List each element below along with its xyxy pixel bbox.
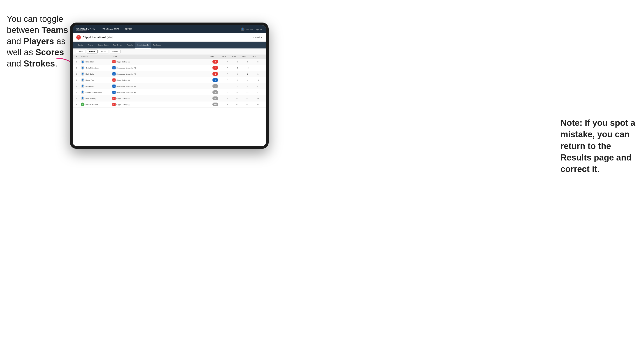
score-badge: -8 <box>212 60 218 64</box>
nav-tab-tournaments[interactable]: TOURNAMENTS <box>100 25 122 33</box>
table-row: 1 👤 Elliot Ebert C Clippd College [A] -8… <box>73 59 266 65</box>
player-cell: 👤 Blair McHarg <box>81 96 112 100</box>
cancel-button[interactable]: Cancel ✕ <box>254 36 262 38</box>
tournament-title-row: C Clippd Invitational (Men) <box>76 35 113 40</box>
avatar: 👤 <box>81 72 84 76</box>
logo-main-text: SCOREBOARD <box>76 27 95 30</box>
team-cell: C Clippd College [A] <box>112 97 158 100</box>
avatar: 👤 <box>81 96 84 100</box>
player-cell: 👤 Elliot Ebert <box>81 60 112 64</box>
team-cell: S Scoreboard University [A] <box>112 85 158 88</box>
sub-tab-printables[interactable]: Printables <box>151 42 164 48</box>
table-row: 8 M Marcus Turners C Clippd College [A] … <box>73 101 266 108</box>
sub-tab-tee-groups[interactable]: Tee Groups <box>111 42 124 48</box>
avatar: 👤 <box>81 78 84 82</box>
team-cell: S Scoreboard University [A] <box>112 66 158 69</box>
table-row: 4 👤 David Ford C Clippd College [A] E F … <box>73 77 266 83</box>
toggle-row: Teams Players Scores Strokes <box>73 48 266 55</box>
table-row: 3 👤 Rich Butler S Scoreboard University … <box>73 71 266 77</box>
tournament-logo: C <box>76 35 81 40</box>
top-nav: SCOREBOARD Powered by clippd TOURNAMENTS… <box>73 25 266 33</box>
table-row: 6 👤 Cameron Robertson S Scoreboard Unive… <box>73 89 266 95</box>
score-badge: +6 <box>212 96 218 100</box>
sub-nav: Details Teams Course Setup Tee Groups Re… <box>73 42 266 48</box>
player-cell: 👤 David Ford <box>81 78 112 82</box>
tablet-screen: SCOREBOARD Powered by clippd TOURNAMENTS… <box>73 25 266 146</box>
score-badge: E <box>212 78 218 82</box>
tablet-frame: SCOREBOARD Powered by clippd TOURNAMENTS… <box>70 22 268 149</box>
score-badge: +11 <box>212 103 218 106</box>
player-cell: 👤 Chris Robertson <box>81 66 112 70</box>
table-row: 5 👤 Rees Britt S Scoreboard University [… <box>73 83 266 89</box>
team-cell: S Scoreboard University [A] <box>112 91 158 94</box>
leaderboard-table: # PLAYER TEAM TOTAL THRU RD1 RD2 RD3 1 👤… <box>73 55 266 146</box>
team-cell: C Clippd College [A] <box>112 78 158 82</box>
score-badge: +1 <box>212 84 218 88</box>
team-cell: S Scoreboard University [A] <box>112 72 158 75</box>
left-annotation: You can toggle between Teams and Players… <box>7 13 70 69</box>
right-annotation: Note: If you spot a mistake, you can ret… <box>560 117 637 175</box>
tournament-name: Clippd Invitational (Men) <box>82 36 113 39</box>
team-logo: S <box>112 91 116 94</box>
avatar: 👤 <box>81 66 84 70</box>
avatar: 👤 <box>81 84 84 88</box>
user-avatar: 👤 <box>241 27 244 31</box>
team-logo: C <box>112 103 116 106</box>
nav-user-text: Test User | <box>246 28 254 30</box>
table-row: 7 👤 Blair McHarg C Clippd College [A] +6… <box>73 95 266 101</box>
table-header-row: # PLAYER TEAM TOTAL THRU RD1 RD2 RD3 <box>73 55 266 59</box>
team-logo: C <box>112 78 116 82</box>
player-cell: 👤 Cameron Robertson <box>81 90 112 94</box>
nav-signout-link[interactable]: Sign out <box>256 28 262 30</box>
sub-tab-results[interactable]: Results <box>124 42 135 48</box>
nav-tabs: TOURNAMENTS TEAMS <box>100 25 241 33</box>
nav-tab-teams[interactable]: TEAMS <box>122 25 135 33</box>
team-cell: C Clippd College [A] <box>112 103 158 106</box>
team-logo: C <box>112 97 116 100</box>
scoreboard-logo: SCOREBOARD Powered by clippd <box>76 27 95 31</box>
score-badge: +4 <box>212 90 218 94</box>
sub-tab-details[interactable]: Details <box>76 42 85 48</box>
logo-sub-text: Powered by clippd <box>76 30 95 31</box>
toggle-players-button[interactable]: Players <box>87 50 98 53</box>
player-cell: 👤 Rich Butler <box>81 72 112 76</box>
team-logo: S <box>112 66 116 69</box>
team-logo: S <box>112 85 116 88</box>
score-badge: -2 <box>212 72 218 76</box>
sub-tab-leaderboards[interactable]: Leaderboards <box>135 42 151 48</box>
avatar: 👤 <box>81 60 84 64</box>
avatar: M <box>81 103 84 106</box>
team-cell: C Clippd College [A] <box>112 60 158 63</box>
toggle-teams-button[interactable]: Teams <box>76 50 86 53</box>
avatar: 👤 <box>81 90 84 94</box>
toggle-strokes-button[interactable]: Strokes <box>110 50 120 53</box>
team-logo: S <box>112 72 116 75</box>
score-badge: -4 <box>212 66 218 70</box>
toggle-scores-button[interactable]: Scores <box>99 50 109 53</box>
tournament-header: C Clippd Invitational (Men) Cancel ✕ <box>73 33 266 42</box>
player-cell: 👤 Rees Britt <box>81 84 112 88</box>
team-logo: C <box>112 60 116 63</box>
table-row: 2 👤 Chris Robertson S Scoreboard Univers… <box>73 65 266 71</box>
sub-tab-course-setup[interactable]: Course Setup <box>95 42 111 48</box>
player-cell: M Marcus Turners <box>81 103 112 106</box>
nav-right: 👤 Test User | Sign out <box>241 27 262 31</box>
sub-tab-teams[interactable]: Teams <box>85 42 95 48</box>
